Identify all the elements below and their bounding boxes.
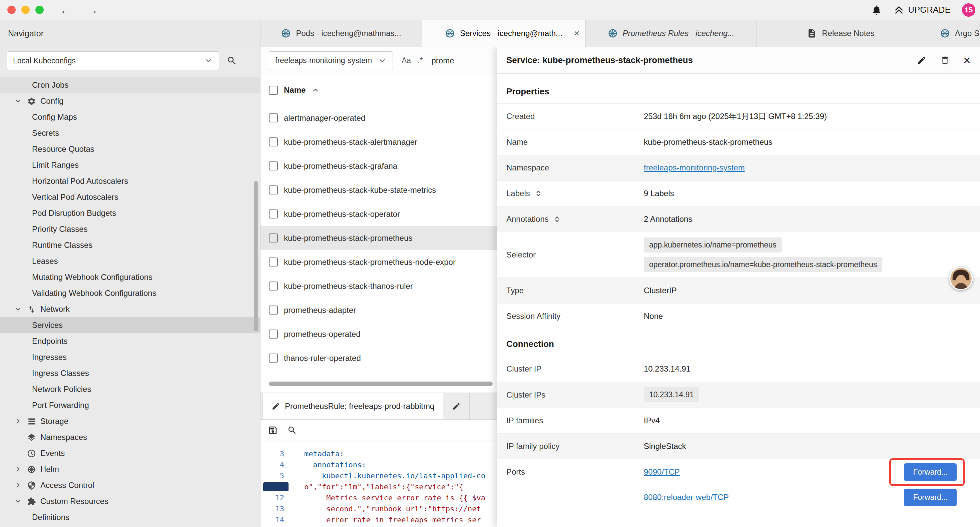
sidebar-item-vertical-pod-autoscalers[interactable]: Vertical Pod Autoscalers [0,189,260,205]
port-row: 9090/TCPForward... [644,459,970,485]
sidebar-item-network-policies[interactable]: Network Policies [0,381,260,397]
property-label: Ports [506,459,644,477]
sidebar-item-resource-quotas[interactable]: Resource Quotas [0,141,260,157]
minimize-window-button[interactable] [21,6,30,14]
namespace-filter-dropdown[interactable]: freeleaps-monitoring-system [269,51,393,70]
edit-icon [272,402,280,411]
sidebar-item-cron-jobs[interactable]: Cron Jobs [0,77,260,93]
save-icon[interactable] [268,425,278,435]
search-query-input[interactable]: prome [431,56,454,65]
storage-icon [27,417,36,426]
regex-toggle[interactable]: .* [418,56,423,65]
sidebar-item-leases[interactable]: Leases [0,253,260,269]
sidebar-scrollbar[interactable] [254,181,258,331]
sidebar-item-validating-webhook-configurations[interactable]: Validating Webhook Configurations [0,285,260,301]
sidebar-item-secrets[interactable]: Secrets [0,125,260,141]
row-checkbox[interactable] [269,330,278,339]
sort-toggle-icon[interactable] [534,189,543,198]
chevron-right-icon[interactable] [13,481,23,489]
port-forward-button[interactable]: Forward... [904,489,957,506]
value-chip: app.kubernetes.io/name=prometheus [644,237,782,253]
chevron-down-icon[interactable] [13,497,23,505]
sidebar-item-endpoints[interactable]: Endpoints [0,333,260,349]
sidebar-item-network[interactable]: Network [0,301,260,317]
property-row-labels: Labels9 Labels [497,180,980,206]
row-checkbox[interactable] [269,137,278,146]
namespace-link[interactable]: freeleaps-monitoring-system [644,163,745,172]
sidebar-item-config[interactable]: Config [0,93,260,109]
line-number: 14 [261,516,284,524]
row-checkbox[interactable] [269,113,278,123]
tab-services-icecheng-math[interactable]: Services - icecheng@math...× [422,20,586,47]
select-all-checkbox[interactable] [269,86,278,95]
chevron-down-icon[interactable] [13,305,23,313]
details-title: Service: kube-prometheus-stack-prometheu… [506,55,693,65]
row-checkbox[interactable] [269,185,278,194]
sort-toggle-icon[interactable] [553,215,562,223]
row-checkbox[interactable] [269,209,278,218]
sidebar-item-runtime-classes[interactable]: Runtime Classes [0,237,260,253]
chevron-right-icon[interactable] [13,417,23,425]
row-checkbox[interactable] [269,306,278,315]
property-value: 10.233.14.91 [644,364,690,374]
row-checkbox[interactable] [269,258,278,266]
tab-pods-icecheng-mathmas[interactable]: Pods - icecheng@mathmas... [261,20,422,47]
chevron-down-icon [204,56,213,65]
sidebar-item-port-forwarding[interactable]: Port Forwarding [0,397,260,413]
close-window-button[interactable] [7,6,16,14]
chevron-down-icon[interactable] [13,97,23,105]
sidebar-item-storage[interactable]: Storage [0,413,260,429]
dock-tab-prometheusrule-freeleaps-prod-rabbitmq[interactable]: PrometheusRule: freeleaps-prod-rabbitmq [262,393,443,419]
port-link[interactable]: 8080:reloader-web/TCP [644,493,729,502]
horizontal-scrollbar[interactable] [269,382,493,386]
folded-region-indicator[interactable] [263,482,288,491]
kubeconfig-selector[interactable]: Local Kubeconfigs [7,51,219,70]
name-column-header[interactable]: Name [284,85,305,95]
close-icon[interactable]: × [963,54,970,67]
sidebar-item-ingress-classes[interactable]: Ingress Classes [0,365,260,381]
sort-ascending-icon [312,86,320,94]
property-row-ip-families: IP familiesIPv4 [497,408,980,433]
row-checkbox[interactable] [269,161,278,170]
port-forward-button[interactable]: Forward... [904,463,957,481]
sidebar-item-definitions[interactable]: Definitions [0,509,260,525]
delete-icon[interactable] [940,56,950,65]
line-number: 5 [261,471,284,480]
sidebar-item-pod-disruption-budgets[interactable]: Pod Disruption Budgets [0,205,260,221]
sidebar-item-events[interactable]: Events [0,445,260,461]
sidebar-item-services[interactable]: Services [0,317,260,333]
chevron-right-icon[interactable] [13,465,23,473]
edit-icon[interactable] [916,56,927,65]
port-link[interactable]: 9090/TCP [644,467,680,477]
sidebar-item-mutating-webhook-configurations[interactable]: Mutating Webhook Configurations [0,269,260,285]
sidebar-item-access-control[interactable]: Access Control [0,477,260,493]
sidebar-item-namespaces[interactable]: Namespaces [0,429,260,445]
forward-button[interactable]: → [86,4,99,16]
search-icon[interactable] [226,56,237,66]
row-checkbox[interactable] [269,353,278,363]
back-button[interactable]: ← [60,4,72,16]
upgrade-button[interactable]: UPGRADE [894,5,951,15]
sidebar-item-config-maps[interactable]: Config Maps [0,109,260,125]
zoom-window-button[interactable] [35,6,44,14]
close-tab-icon[interactable]: × [574,29,579,38]
row-checkbox[interactable] [269,282,278,291]
user-avatar[interactable] [949,267,973,290]
property-row-selector: Selectorapp.kubernetes.io/name=prometheu… [497,232,980,277]
dock-tab-partial[interactable] [443,393,470,419]
sidebar-item-horizontal-pod-autoscalers[interactable]: Horizontal Pod Autoscalers [0,173,260,189]
sidebar-item-priority-classes[interactable]: Priority Classes [0,221,260,237]
sidebar-item-limit-ranges[interactable]: Limit Ranges [0,157,260,173]
sidebar-item-label: Ingress Classes [32,369,89,378]
tab-release-notes[interactable]: Release Notes [757,20,925,47]
sidebar-item-custom-resources[interactable]: Custom Resources [0,493,260,509]
sidebar-item-ingresses[interactable]: Ingresses [0,349,260,365]
tab-prometheus-rules-icecheng[interactable]: Prometheus Rules - icecheng... [586,20,757,47]
match-case-toggle[interactable]: Aa [402,56,411,65]
tab-argo-se[interactable]: Argo Se [925,20,980,47]
notification-count-badge[interactable]: 15 [962,3,975,17]
editor-search-icon[interactable] [287,425,297,435]
notifications-bell-icon[interactable] [871,4,882,16]
row-checkbox[interactable] [269,234,278,242]
sidebar-item-helm[interactable]: Helm [0,461,260,477]
